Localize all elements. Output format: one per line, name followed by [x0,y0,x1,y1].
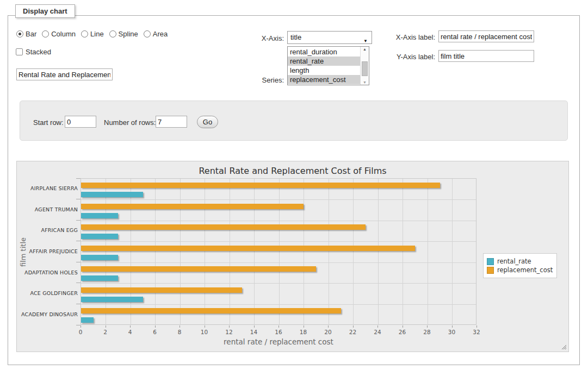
x-tick-label: 14 [243,329,265,335]
rental-rate-swatch-icon [487,258,494,265]
x-axis-tick [403,325,403,328]
radio-line[interactable]: Line [81,30,104,38]
radio-column-control[interactable] [42,30,49,37]
gridline-vertical [279,179,280,324]
bar-rental_rate [81,297,143,302]
x-axis-tick [476,325,477,328]
gridline-horizontal [81,283,476,284]
x-axis-tick [304,325,304,328]
x-axis-tick [452,325,453,328]
bar-rental_rate [81,255,118,260]
y-axis-tick [76,199,81,199]
gridline-vertical [254,179,255,324]
row-range-group: Start row: Number of rows: Go [20,101,568,141]
y-axis-tick [76,241,81,241]
x-tick-label: 28 [416,329,438,335]
x-axis-tick [377,325,378,328]
x-axis-tick [328,325,329,328]
x-tick-label: 24 [367,329,388,335]
y-category-label: AFFAIR PREJUDICE [18,248,78,255]
gridline-vertical [428,179,428,324]
radio-bar[interactable]: Bar [16,30,36,38]
x-tick-label: 0 [70,329,91,335]
radio-column[interactable]: Column [42,30,76,38]
start-row-input[interactable] [65,116,96,128]
start-row-label: Start row: [33,118,64,127]
x-tick-label: 32 [466,329,487,335]
bar-replacement_cost [81,287,242,293]
bar-replacement_cost [81,308,341,313]
legend-label: replacement_cost [497,266,553,274]
y-category-label: AFRICAN EGG [18,227,78,234]
bar-rental_rate [81,275,118,281]
x-tick-label: 4 [119,329,141,335]
bar-rental_rate [81,234,118,239]
radio-area[interactable]: Area [144,30,168,38]
number-of-rows-input[interactable] [156,116,187,128]
x-axis-selected-value: title [290,33,301,41]
chart-title-input[interactable] [16,68,113,80]
stacked-checkbox[interactable] [16,48,23,55]
radio-spline-control[interactable] [109,30,116,37]
x-tick-label: 12 [218,329,240,335]
scroll-up-icon[interactable]: ▲ [361,47,369,51]
x-axis-label-input[interactable] [438,30,534,42]
series-option-rental_rate[interactable]: rental_rate [288,57,360,66]
y-category-label: ACE GOLDFINGER [18,290,78,297]
bar-rental_rate [81,213,118,218]
y-axis-tick [76,304,81,304]
plot-area [81,178,476,325]
x-tick-label: 30 [441,329,463,335]
gridline-horizontal [81,199,476,200]
series-options: rental_durationrental_ratelengthreplacem… [288,47,360,84]
gridline-vertical [329,179,329,324]
replacement-cost-swatch-icon [487,267,494,274]
stacked-checkbox-row[interactable]: Stacked [16,48,51,56]
x-tick-label: 22 [342,329,364,335]
x-axis-tick [81,325,81,328]
gridline-horizontal [81,262,476,263]
y-axis-tick [76,283,81,283]
page: Display chart Bar Column Line Spline Are… [0,0,588,370]
y-category-label: AIRPLANE SIERRA [18,185,78,192]
x-axis-label-caption: X-Axis label: [359,33,435,41]
gridline-horizontal [81,221,476,221]
legend-item-rental-rate: rental_rate [487,258,553,265]
radio-bar-label: Bar [26,30,36,38]
y-category-label: AGENT TRUMAN [18,206,78,213]
radio-line-control[interactable] [81,30,88,37]
gridline-vertical [230,179,230,324]
gridline-vertical [452,179,453,324]
scrollbar-thumb[interactable] [362,61,368,76]
y-axis-label-input[interactable] [438,50,534,62]
resize-handle-icon[interactable] [561,344,567,350]
bar-rental_rate [81,317,94,323]
radio-spline[interactable]: Spline [109,30,138,38]
radio-area-control[interactable] [144,30,151,37]
x-axis-tick [229,325,230,328]
series-list-label: Series: [218,76,284,84]
gridline-vertical [353,179,354,324]
series-listbox[interactable]: rental_durationrental_ratelengthreplacem… [287,46,369,85]
bar-replacement_cost [81,224,366,230]
x-axis-tick [427,325,428,328]
x-tick-label: 18 [293,329,314,335]
x-tick-label: 2 [95,329,116,335]
x-axis-tick [130,325,131,328]
chart-title: Rental Rate and Replacement Cost of Film… [17,166,568,176]
scroll-down-icon[interactable]: ▼ [361,80,369,84]
bar-replacement_cost [81,183,440,188]
fieldset-legend: Display chart [15,4,75,18]
series-option-length[interactable]: length [288,66,360,75]
radio-area-label: Area [153,30,168,38]
radio-bar-control[interactable] [16,30,23,37]
series-option-rental_duration[interactable]: rental_duration [288,47,360,57]
x-axis-title: rental rate / replacement cost [81,337,476,346]
series-option-replacement_cost[interactable]: replacement_cost [288,75,360,84]
go-button[interactable]: Go [197,116,218,128]
x-tick-label: 6 [144,329,166,335]
x-tick-label: 10 [194,329,215,335]
y-category-label: ADAPTATION HOLES [18,269,78,276]
gridline-vertical [304,179,304,324]
y-axis-tick [76,220,81,221]
